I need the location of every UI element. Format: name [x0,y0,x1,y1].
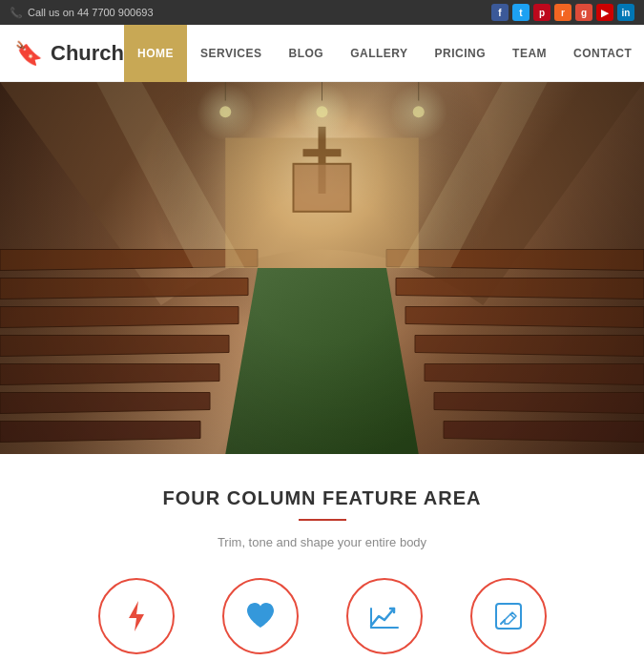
logo[interactable]: 🔖 Church [14,40,124,67]
feature-section: FOUR COLUMN FEATURE AREA Trim, tone and … [0,454,644,661]
nav-gallery[interactable]: GALLERY [337,25,421,82]
edit-icon [491,599,526,633]
feature-icons [19,578,625,654]
youtube-icon[interactable]: ▶ [596,4,613,21]
feature-divider [299,519,346,521]
hero-image [0,82,644,454]
nav-team[interactable]: TEAM [499,25,560,82]
nav-services[interactable]: SERVICES [187,25,275,82]
header: 🔖 Church HOME SERVICES BLOG GALLERY PRIC… [0,25,644,82]
social-icons: f t p r g ▶ in [491,4,634,21]
google-plus-icon[interactable]: g [575,4,592,21]
lightning-icon [119,599,154,633]
lightning-icon-wrap[interactable] [98,578,175,654]
svg-marker-0 [129,601,144,631]
phone-icon: 📞 [10,7,23,19]
svg-line-5 [510,614,514,618]
facebook-icon[interactable]: f [491,4,509,21]
nav-contact[interactable]: CONTACT [560,25,644,82]
twitter-icon[interactable]: t [512,4,530,21]
topbar-left: 📞 Call us on 44 7700 900693 [10,7,154,19]
logo-text: Church [51,41,124,66]
main-nav: HOME SERVICES BLOG GALLERY PRICING TEAM … [124,25,644,82]
linkedin-icon[interactable]: in [617,4,634,21]
nav-blog[interactable]: BLOG [275,25,337,82]
feature-subtitle: Trim, tone and shape your entire body [19,535,625,549]
heart-icon [243,599,278,633]
chart-icon-wrap[interactable] [346,578,423,654]
nav-home[interactable]: HOME [124,25,187,82]
pinterest-icon[interactable]: p [533,4,551,21]
feature-title: FOUR COLUMN FEATURE AREA [19,487,625,509]
logo-icon: 🔖 [14,40,43,67]
chart-icon [367,599,402,633]
nav-pricing[interactable]: PRICING [422,25,500,82]
heart-icon-wrap[interactable] [222,578,299,654]
phone-text: Call us on 44 7700 900693 [28,7,154,18]
edit-icon-wrap[interactable] [470,578,547,654]
rss-icon[interactable]: r [554,4,571,21]
topbar: 📞 Call us on 44 7700 900693 f t p r g ▶ … [0,0,644,25]
hero-canvas [0,82,644,454]
